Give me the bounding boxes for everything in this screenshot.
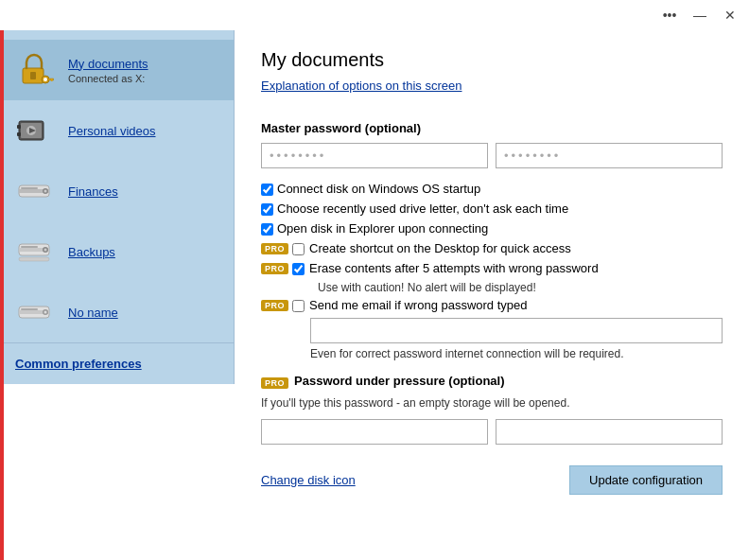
sidebar-link-personal-videos[interactable]: Personal videos bbox=[68, 124, 156, 138]
no-name-drive-icon bbox=[11, 289, 57, 335]
pro-badge-shortcut: PRO bbox=[261, 243, 288, 254]
sidebar-wrapper: My documents Connected as X: bbox=[0, 30, 235, 560]
sidebar-link-backups[interactable]: Backups bbox=[68, 245, 115, 259]
pro-badge-pressure: PRO bbox=[261, 377, 288, 389]
checkbox-label-open-explorer: Open disk in Explorer upon connecting bbox=[277, 221, 488, 236]
sidebar-link-finances[interactable]: Finances bbox=[68, 184, 118, 199]
checkbox-row-open-explorer: Open disk in Explorer upon connecting bbox=[261, 221, 723, 236]
svg-point-3 bbox=[44, 78, 47, 81]
checkbox-row-drive-letter: Choose recently used drive letter, don't… bbox=[261, 201, 723, 216]
footer-row: Change disk icon Update configuration bbox=[261, 458, 723, 495]
pressure-password-row bbox=[261, 419, 723, 445]
pro-label-erase: Erase contents after 5 attempts with wro… bbox=[309, 261, 599, 275]
svg-rect-21 bbox=[21, 246, 38, 248]
common-preferences-link[interactable]: Common preferences bbox=[15, 357, 142, 371]
pro-label-shortcut: Create shortcut on the Desktop for quick… bbox=[309, 241, 571, 255]
backups-drive-icon bbox=[11, 229, 57, 274]
sidebar-link-my-documents[interactable]: My documents bbox=[68, 57, 148, 71]
svg-rect-27 bbox=[21, 308, 38, 310]
email-note: Even for correct password internet conne… bbox=[310, 347, 723, 360]
page-title: My documents bbox=[261, 49, 723, 71]
lock-icon bbox=[11, 47, 57, 93]
svg-point-20 bbox=[44, 249, 47, 252]
svg-rect-1 bbox=[30, 72, 36, 79]
minimize-button[interactable]: — bbox=[690, 9, 709, 22]
title-bar: ••• — ✕ bbox=[0, 0, 749, 30]
sidebar-text-personal-videos: Personal videos bbox=[68, 124, 156, 138]
master-password-input-1[interactable] bbox=[261, 143, 488, 168]
pressure-password-label: PROPassword under pressure (optional) bbox=[261, 374, 723, 389]
pro-badge-erase: PRO bbox=[261, 263, 288, 274]
sidebar: My documents Connected as X: bbox=[0, 30, 235, 384]
pro-row-shortcut: PRO Create shortcut on the Desktop for q… bbox=[261, 241, 723, 255]
explanation-link[interactable]: Explanation of options on this screen bbox=[261, 79, 462, 93]
checkbox-erase[interactable] bbox=[292, 263, 305, 275]
pro-row-email: PRO Send me email if wrong password type… bbox=[261, 298, 723, 312]
finances-drive-icon bbox=[11, 168, 57, 214]
more-button[interactable]: ••• bbox=[660, 9, 679, 22]
sidebar-item-my-documents[interactable]: My documents Connected as X: bbox=[0, 40, 234, 100]
master-password-row bbox=[261, 143, 723, 168]
sidebar-text-my-documents: My documents Connected as X: bbox=[68, 57, 148, 84]
sidebar-accent bbox=[0, 30, 4, 560]
svg-point-26 bbox=[44, 311, 47, 314]
content-area: My documents Explanation of options on t… bbox=[235, 30, 749, 560]
pressure-password-input-2[interactable] bbox=[496, 419, 723, 445]
caution-text: Use with caution! No alert will be displ… bbox=[318, 281, 723, 294]
sidebar-sub-my-documents: Connected as X: bbox=[68, 73, 148, 84]
update-configuration-button[interactable]: Update configuration bbox=[569, 465, 723, 495]
checkbox-row-connect-disk: Connect disk on Windows OS startup bbox=[261, 182, 723, 196]
pressure-desc: If you'll type this password - an empty … bbox=[261, 396, 723, 410]
pro-row-erase: PRO Erase contents after 5 attempts with… bbox=[261, 261, 723, 275]
email-input[interactable] bbox=[310, 318, 723, 343]
checkbox-label-drive-letter: Choose recently used drive letter, don't… bbox=[277, 201, 568, 216]
master-password-input-2[interactable] bbox=[496, 143, 723, 168]
svg-rect-5 bbox=[51, 79, 53, 81]
sidebar-item-no-name[interactable]: No name bbox=[0, 282, 234, 342]
checkbox-open-explorer[interactable] bbox=[261, 223, 273, 236]
sidebar-text-finances: Finances bbox=[68, 184, 118, 199]
sidebar-text-no-name: No name bbox=[68, 306, 118, 320]
sidebar-item-backups[interactable]: Backups bbox=[0, 221, 234, 282]
close-button[interactable]: ✕ bbox=[721, 9, 740, 22]
pro-checkbox-area-erase: Erase contents after 5 attempts with wro… bbox=[292, 261, 723, 275]
sidebar-footer: Common preferences bbox=[0, 342, 234, 384]
change-icon-link[interactable]: Change disk icon bbox=[261, 473, 356, 487]
pro-label-email: Send me email if wrong password typed bbox=[309, 298, 528, 312]
sidebar-item-finances[interactable]: Finances bbox=[0, 161, 234, 221]
sidebar-text-backups: Backups bbox=[68, 245, 115, 259]
checkbox-email[interactable] bbox=[292, 300, 305, 312]
pro-checkbox-area-email: Send me email if wrong password typed bbox=[292, 298, 723, 312]
checkbox-drive-letter[interactable] bbox=[261, 203, 273, 216]
video-icon bbox=[11, 108, 57, 153]
email-input-wrapper bbox=[310, 318, 723, 343]
window-controls: ••• — ✕ bbox=[660, 9, 740, 22]
sidebar-link-no-name[interactable]: No name bbox=[68, 306, 118, 320]
svg-rect-16 bbox=[21, 187, 38, 189]
svg-rect-4 bbox=[48, 79, 54, 80]
pro-checkbox-area-shortcut: Create shortcut on the Desktop for quick… bbox=[292, 241, 723, 255]
checkbox-shortcut[interactable] bbox=[292, 243, 305, 255]
checkbox-connect-disk[interactable] bbox=[261, 184, 273, 196]
app-body: My documents Connected as X: bbox=[0, 30, 749, 560]
svg-point-15 bbox=[44, 190, 47, 193]
pressure-password-input-1[interactable] bbox=[261, 419, 488, 445]
checkbox-label-connect-disk: Connect disk on Windows OS startup bbox=[277, 182, 480, 196]
pro-badge-email: PRO bbox=[261, 300, 288, 311]
svg-rect-22 bbox=[19, 257, 49, 261]
sidebar-item-personal-videos[interactable]: Personal videos bbox=[0, 100, 234, 161]
svg-rect-10 bbox=[17, 125, 21, 129]
master-password-label: Master password (optional) bbox=[261, 121, 723, 135]
svg-rect-11 bbox=[17, 132, 21, 136]
